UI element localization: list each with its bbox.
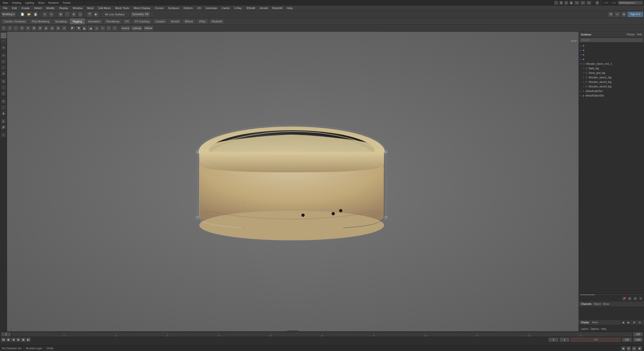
scrollbar-thumb[interactable]: [580, 294, 595, 295]
rigging-tool-2[interactable]: 🔗: [1, 124, 6, 130]
mode-tab-sculpting[interactable]: Sculpting: [53, 19, 69, 24]
toolbar-undo[interactable]: ↩: [42, 12, 48, 17]
select-tool[interactable]: ↖: [1, 33, 6, 38]
range-end-input[interactable]: [633, 332, 643, 337]
range-end-2[interactable]: [622, 337, 632, 342]
pb-play-fwd[interactable]: ▶: [16, 337, 21, 342]
channels-tab-channels[interactable]: Channels: [581, 303, 591, 305]
outliner-default-object-set[interactable]: ▷ ◈ defaultObjectSet: [579, 93, 644, 98]
menu-arnold[interactable]: Arnold: [258, 6, 270, 10]
menu-deform[interactable]: Deform: [181, 6, 195, 10]
outliner-sieve-grid[interactable]: ▷ ⬡ Sieve_grid_big: [582, 71, 644, 75]
shelf-btn-9[interactable]: ◎: [49, 25, 55, 31]
snap-tool-2[interactable]: ◌: [1, 85, 6, 90]
outliner-tab-display[interactable]: Display: [627, 33, 635, 36]
shelf-btn-18[interactable]: +: [106, 25, 111, 31]
shelf-import[interactable]: Import▾: [120, 25, 131, 31]
toolbar-snap-surface[interactable]: ◻: [78, 12, 83, 17]
mode-tab-custom[interactable]: Custom: [153, 19, 168, 24]
menu-edit-mesh[interactable]: Edit Mesh: [96, 6, 113, 10]
viewport[interactable]: persp front: [7, 32, 579, 338]
mode-tab-redshift[interactable]: Redshift: [209, 19, 224, 24]
mode-tab-rendering[interactable]: Rendering: [104, 19, 122, 24]
menu-redshift[interactable]: Redshift: [270, 6, 284, 10]
menu-window[interactable]: Window: [71, 6, 85, 10]
mode-dropdown[interactable]: Modeling ▾: [1, 12, 16, 17]
channels-tab-show[interactable]: Show: [603, 303, 609, 305]
paint-select-tool[interactable]: ⊕: [1, 45, 6, 50]
mode-tab-animation[interactable]: Animation: [85, 19, 103, 24]
shelf-btn-4[interactable]: ⟲: [19, 25, 25, 31]
shelf-btn-16[interactable]: ⊿: [94, 25, 99, 31]
outliner-item-1[interactable]: ● ◀: [579, 43, 644, 48]
toolbar-icon-workspace-1[interactable]: ⚙: [608, 12, 614, 17]
display-tab-display[interactable]: Display: [581, 321, 589, 324]
toolbar-new[interactable]: 📄: [20, 12, 25, 17]
display-btn-2[interactable]: ▶: [626, 320, 631, 325]
menu-curves[interactable]: Curves: [153, 6, 166, 10]
anim-start-input[interactable]: [548, 337, 558, 342]
outliner-wooden-sieve2[interactable]: ▷ ⬡ Wooden_sieve2_big: [582, 80, 644, 84]
menu-mesh-display[interactable]: Mesh Display: [132, 6, 152, 10]
outliner-search-input[interactable]: [580, 38, 643, 42]
mode-tab-fx[interactable]: FX: [123, 19, 132, 24]
move-tool[interactable]: ✛: [1, 53, 6, 58]
menu-help[interactable]: Help: [285, 6, 295, 10]
outliner-tab-help[interactable]: Help: [637, 33, 642, 36]
rotate-tool[interactable]: ↻: [1, 59, 6, 64]
symmetry-toggle[interactable]: Symmetry: Off: [131, 12, 150, 17]
display-btn-3[interactable]: ⊞: [632, 320, 636, 325]
shelf-btn-7[interactable]: ☰: [37, 25, 43, 31]
outliner-item-4[interactable]: ● ◀: [579, 57, 644, 61]
shelf-btn-10[interactable]: ⊗: [55, 25, 61, 31]
shelf-btn-14[interactable]: ◣: [82, 25, 87, 31]
menu-mesh[interactable]: Mesh: [85, 6, 96, 10]
display-tool-1[interactable]: ⊞: [1, 99, 6, 104]
shelf-lighting[interactable]: Lighting▾: [131, 25, 143, 31]
menu-3dtoall[interactable]: 3DtoAll: [244, 6, 257, 10]
outliner-item-3[interactable]: ● ◀: [579, 52, 644, 57]
shelf-btn-17[interactable]: ◇: [100, 25, 105, 31]
outliner-btn-collapse[interactable]: ⊟: [633, 296, 637, 301]
pb-skip-end[interactable]: ▶|: [26, 337, 31, 342]
outliner-btn-filter[interactable]: ≡: [638, 296, 643, 301]
mode-tab-fxcaching[interactable]: FX Caching: [132, 19, 152, 24]
toolbar-snap-grid[interactable]: ⊞: [58, 12, 63, 17]
sign-in-button[interactable]: Sign In ▾: [628, 12, 643, 17]
outliner-scrollbar[interactable]: [579, 294, 644, 296]
outliner-btn-pin[interactable]: 📌: [622, 296, 626, 301]
shelf-btn-19[interactable]: ×: [112, 25, 118, 31]
status-btn-1[interactable]: ◀: [621, 346, 625, 351]
toolbar-icon-workspace-2[interactable]: ≡: [615, 12, 620, 17]
outliner-wooden-sieve1[interactable]: ▷ ⬡ Wooden_sieve1_big: [582, 75, 644, 80]
transform-tool[interactable]: ⊞: [1, 71, 6, 76]
outliner-wooden-sieve3[interactable]: ▷ ⬡ Wooden_sieve3_big: [582, 84, 644, 89]
menu-file[interactable]: File: [1, 6, 10, 10]
status-btn-2[interactable]: ⊞: [626, 346, 631, 351]
display-tool-2[interactable]: □: [1, 105, 6, 110]
shelf-btn-11[interactable]: ⊙: [61, 25, 67, 31]
shelf-btn-2[interactable]: ⤢: [7, 25, 13, 31]
pb-play-back[interactable]: ◀: [11, 337, 16, 342]
mode-tab-rigging[interactable]: Rigging: [70, 19, 85, 24]
outliner-btn-expand[interactable]: ⊞: [627, 296, 632, 301]
toolbar-open[interactable]: 📂: [26, 12, 32, 17]
outliner-nails-big[interactable]: ▷ ⬡ Nails_big: [582, 66, 644, 71]
soft-select-tool[interactable]: ◎: [1, 91, 6, 96]
display-btn-4[interactable]: ⊟: [637, 320, 642, 325]
timeline-range-bar[interactable]: 120: [571, 337, 621, 342]
pb-step-back[interactable]: ◀|: [6, 337, 11, 342]
range-start-2[interactable]: [559, 337, 570, 342]
pb-skip-start[interactable]: |◀: [1, 337, 6, 342]
misc-tool-1[interactable]: ≡: [1, 132, 6, 138]
outliner-item-2[interactable]: ● ◀: [579, 48, 644, 52]
shelf-btn-5[interactable]: ✦: [25, 25, 31, 31]
display-tool-3[interactable]: ◉: [1, 111, 6, 116]
menu-generate[interactable]: Generate: [204, 6, 219, 10]
menu-uv[interactable]: UV: [195, 6, 203, 10]
shelf-btn-13[interactable]: ◥: [76, 25, 81, 31]
channels-tab-object[interactable]: Object: [593, 303, 601, 305]
scrollbar-track[interactable]: [580, 294, 643, 295]
menu-edit[interactable]: Edit: [10, 6, 19, 10]
mode-tab-arnold[interactable]: Arnold: [168, 19, 182, 24]
